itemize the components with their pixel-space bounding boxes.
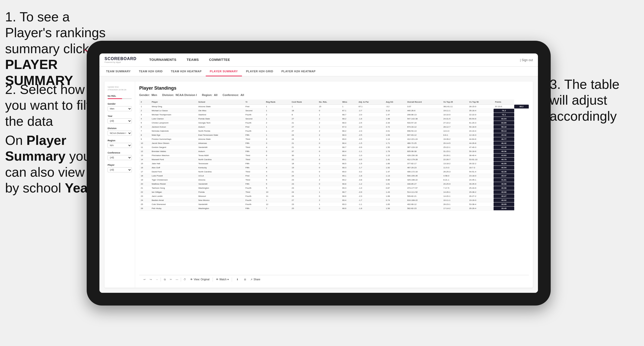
nav-committee[interactable]: COMMITTEE xyxy=(204,53,235,67)
no-rds-slider[interactable] xyxy=(108,98,132,99)
table-cell: 17 xyxy=(139,170,150,174)
table-cell: Fifth xyxy=(244,133,265,137)
table-cell: 21 xyxy=(290,170,317,174)
redo-icon[interactable]: ↪ xyxy=(148,277,153,282)
logo: SCOREBOARD Powered by dippd xyxy=(105,57,137,63)
table-cell: 68.4 xyxy=(341,141,357,145)
table-row[interactable]: 6Jackson KoivunAuburnFirst127167.3-2.02.… xyxy=(139,125,529,129)
gender-select[interactable]: Men Women xyxy=(108,106,132,111)
table-row[interactable]: 20Matthew RiedelVanderbiltFifth523068.8-… xyxy=(139,182,529,186)
table-cell: 607-63-12 xyxy=(406,133,442,137)
table-cell: 0 xyxy=(317,170,341,174)
table-cell: Fourth xyxy=(244,194,265,198)
player-select[interactable]: (All) xyxy=(108,167,132,172)
table-header-row: # Player School Yr Reg Rank Conf Rank No… xyxy=(139,100,529,105)
watch-text[interactable]: Watch xyxy=(220,278,227,281)
filters-row: Gender: Men Division: NCAA Division I Re… xyxy=(139,93,529,96)
table-scroll[interactable]: # Player School Yr Reg Rank Conf Rank No… xyxy=(139,100,529,275)
share-text[interactable]: Share xyxy=(253,278,260,281)
undo-icon[interactable]: ↩ xyxy=(142,277,147,282)
tab-team-h2h-heatmap[interactable]: TEAM H2H HEATMAP xyxy=(167,67,206,76)
table-cell: 35-26-4 xyxy=(468,206,493,211)
tab-player-h2h-grid[interactable]: PLAYER H2H GRID xyxy=(242,67,277,76)
clock-icon[interactable]: ⏱ xyxy=(183,277,187,282)
table-row[interactable]: 15Jake HallTennesseeFifth718068.5-1.51.6… xyxy=(139,162,529,166)
table-row[interactable]: 23Jack LundinMissouriFourth1124068.6-2.3… xyxy=(139,194,529,198)
nav-tournaments[interactable]: TOURNAMENTS xyxy=(144,53,182,67)
table-cell: 22 xyxy=(139,190,150,194)
table-row[interactable]: 26Petr HrubyWashingtonFifth725068.6-1.81… xyxy=(139,206,529,211)
table-cell: 55.14 xyxy=(494,129,514,133)
instruction-right: 3. The table will adjust accordingly xyxy=(550,76,636,124)
download-icon[interactable]: ⬇ xyxy=(235,277,240,282)
table-row[interactable]: 17David FordNorth CarolinaThird421069.0-… xyxy=(139,170,529,174)
tab-team-summary[interactable]: TEAM SUMMARY xyxy=(102,67,135,76)
cut-icon[interactable]: ✂ xyxy=(169,277,173,282)
table-row[interactable]: 21Taehoon SongWashingtonFourth523169.3-1… xyxy=(139,186,529,190)
table-row[interactable]: 1Wenyi DingArizona StateFirst1115167.1-3… xyxy=(139,105,529,109)
table-icon[interactable]: ⊞ xyxy=(243,277,247,282)
table-row[interactable]: 25Cole SherwoodVanderbiltFourth1223169.3… xyxy=(139,202,529,206)
table-cell: Maxwell Ford xyxy=(150,158,197,162)
table-cell: -2.5 xyxy=(357,121,384,125)
table-cell: 45.47 xyxy=(494,174,514,178)
table-cell: 50-18-6 xyxy=(468,149,493,154)
col-top25: Vs Top 25 xyxy=(442,100,468,105)
tab-player-summary[interactable]: PLAYER SUMMARY xyxy=(206,67,242,76)
table-row[interactable]: 8Mats EgeEast Tennessee StateFifth124268… xyxy=(139,133,529,137)
table-cell: 473-177-57 xyxy=(406,186,442,190)
slider-row xyxy=(108,98,132,99)
filter-player: Player (All) xyxy=(108,164,132,172)
table-cell: -1.1 xyxy=(357,149,384,154)
tab-player-h2h-heatmap[interactable]: PLAYER H2H HEATMAP xyxy=(277,67,320,76)
division-select[interactable]: NCAA Division I NCAA Division II NCAA Di… xyxy=(108,131,132,136)
sign-out-link[interactable]: | Sign out xyxy=(520,58,533,62)
table-row[interactable]: 2Michael Le SassoOle MissSecond118067.1-… xyxy=(139,109,529,113)
table-cell: 8 xyxy=(264,166,290,170)
table-row[interactable]: 11Gordon SargentVanderbiltThird421068.7-… xyxy=(139,145,529,149)
table-cell: 9 xyxy=(139,137,150,141)
table-cell: 12 xyxy=(139,149,150,154)
table-row[interactable]: 7Nicholas GabrelcikNorth FloridaFourth12… xyxy=(139,129,529,133)
table-row[interactable]: 12Brendan ValdesAuburnFifth537068.4-1.11… xyxy=(139,149,529,154)
table-cell: 21 xyxy=(290,145,317,149)
table-cell: 402-66-12 xyxy=(406,202,442,206)
table-row[interactable]: 16Alex GoffKentuckyFifth819068.3-1.71.92… xyxy=(139,166,529,170)
table-row[interactable]: 19Tiger ChristensenArizonaThird523269.2-… xyxy=(139,178,529,182)
conference-select[interactable]: (All) ACC SEC Big Ten xyxy=(108,155,132,160)
table-cell: -0.2 xyxy=(357,170,384,174)
table-cell: Nicholas Gabrelcik xyxy=(150,129,197,133)
col-player: Player xyxy=(150,100,197,105)
copy-icon[interactable]: ⧉ xyxy=(162,277,167,282)
tab-team-h2h-grid[interactable]: TEAM H2H GRID xyxy=(135,67,167,76)
table-cell: 69.0 xyxy=(341,137,357,141)
table-row[interactable]: 22Ian GilliganFloridaThird1024168.7-0.91… xyxy=(139,190,529,194)
table-row[interactable]: 24Bastien AmatNew MexicoFourth127269.4-1… xyxy=(139,198,529,202)
table-row[interactable]: 3Michael ThorbjornsenStanfordFourth28168… xyxy=(139,113,529,117)
forward-icon[interactable]: → xyxy=(154,277,159,282)
table-cell: 40.98 xyxy=(494,182,514,186)
table-cell: 1 xyxy=(317,190,341,194)
table-row[interactable]: 14Maxwell FordNorth CarolinaThird722069.… xyxy=(139,158,529,162)
table-cell: 50-18-9 xyxy=(468,125,493,129)
eye-icon: 👁 xyxy=(190,278,193,281)
table-cell: 69.3 xyxy=(341,186,357,190)
table-cell: Third xyxy=(244,170,265,174)
table-cell: 21 xyxy=(139,186,150,190)
table-row[interactable]: 13Phichaksn MaichonTexas A&MThird630169.… xyxy=(139,154,529,158)
table-row[interactable]: 10Jacob Skov OlesenArkansasFifth321068.4… xyxy=(139,141,529,145)
nav-teams[interactable]: TEAMS xyxy=(182,53,204,67)
table-cell: 616-168-22 xyxy=(406,198,442,202)
year-select[interactable]: (All) First Second Third Fourth Fifth xyxy=(108,118,132,123)
table-cell: 0 xyxy=(317,182,341,186)
table-row[interactable]: 18Luke PowellUCLAFirst424169.1-1.81.1350… xyxy=(139,174,529,178)
table-cell: 26-25-3 xyxy=(442,170,468,174)
region-select[interactable]: N/A All East West xyxy=(108,143,132,148)
dash-icon[interactable]: — xyxy=(175,277,179,282)
table-row[interactable]: 5Christo LamprechtGeorgia TechFourth2212… xyxy=(139,121,529,125)
table-row[interactable]: 4Luke ClantonFlorida StateSecond127268.2… xyxy=(139,117,529,121)
table-cell: 1.71 xyxy=(384,141,406,145)
col-rank: # xyxy=(139,100,150,105)
table-row[interactable]: 9Preston SummerhaysArizona StateThird324… xyxy=(139,137,529,141)
view-text[interactable]: View: Original xyxy=(194,278,210,281)
